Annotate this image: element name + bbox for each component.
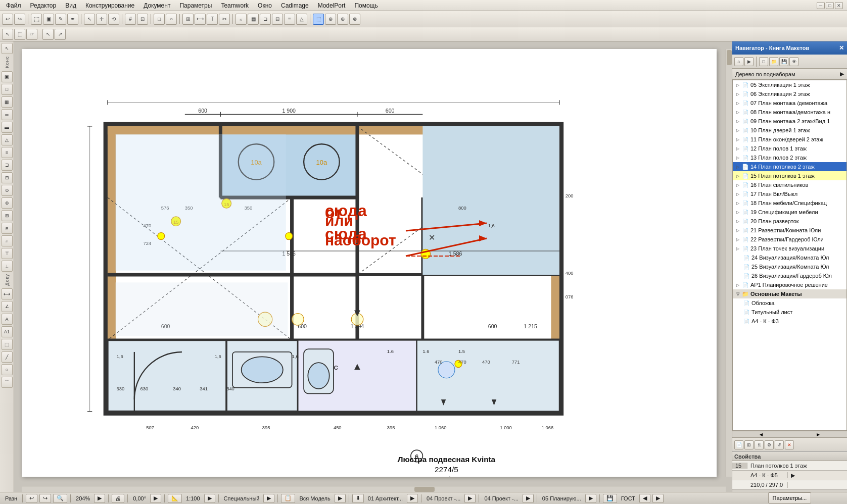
status-model-drop[interactable]: ▶ <box>335 494 346 503</box>
tree-item-05[interactable]: ▷ 📄 05 Экспликация 1 этаж <box>733 80 846 89</box>
roof-tool[interactable]: △ <box>296 14 307 25</box>
expand-06[interactable]: ▷ <box>735 91 741 97</box>
lt-slab[interactable]: ▬ <box>2 122 13 133</box>
lt-angle[interactable]: ∠ <box>2 301 13 312</box>
win-maximize[interactable]: □ <box>826 2 834 9</box>
tree-item-13[interactable]: ▷ 📄 13 План полов 2 этаж <box>733 153 846 162</box>
text-tool[interactable]: T <box>207 14 218 25</box>
lt-circle[interactable]: ○ <box>2 364 13 375</box>
status-print-btn[interactable]: 🖨 <box>112 494 124 503</box>
status-plan-drop[interactable]: ▶ <box>585 494 596 503</box>
lt-interior[interactable]: ⟂ <box>2 261 13 272</box>
win-close[interactable]: ✕ <box>835 2 843 9</box>
lt-column[interactable]: ▦ <box>2 96 13 108</box>
expand-21[interactable]: ▷ <box>735 227 741 233</box>
expand-18[interactable]: ▷ <box>735 200 741 206</box>
status-nav-left[interactable]: ◀ <box>639 494 650 503</box>
rect-tool[interactable]: □ <box>154 14 165 25</box>
lt-stair[interactable]: ≡ <box>2 147 13 158</box>
tree-item-folder1[interactable]: ▽ 📁 Основные Макеты <box>733 289 846 298</box>
tree-item-24[interactable]: 📄 24 Визуализация/Комната Юл <box>733 253 846 262</box>
lt-dim[interactable]: ⟷ <box>2 288 13 299</box>
wall-tool[interactable]: ▦ <box>248 14 259 25</box>
nav-view-btn[interactable]: 👁 <box>789 57 798 66</box>
status-nav-right[interactable]: ▶ <box>652 494 664 503</box>
nav-copy-btn[interactable]: ⎘ <box>755 440 764 449</box>
grid-tool[interactable]: # <box>125 14 136 25</box>
lt-window[interactable]: ⊟ <box>2 172 13 183</box>
nav-refresh-btn[interactable]: ↺ <box>775 440 784 449</box>
section-tool[interactable]: ⟔ <box>236 14 247 25</box>
horizontal-scrollbar[interactable] <box>22 486 726 492</box>
transform-tool[interactable]: ⟲ <box>108 14 119 25</box>
arrow3-btn[interactable]: ↗ <box>55 29 66 40</box>
select-tool[interactable]: ⬚ <box>31 14 42 25</box>
lt-roof[interactable]: △ <box>2 134 13 145</box>
move-tool[interactable]: ✛ <box>96 14 107 25</box>
menu-file[interactable]: Файл <box>2 1 25 10</box>
menu-help[interactable]: Помощь <box>350 1 382 10</box>
lt-elevation[interactable]: ⊤ <box>2 248 13 259</box>
tree-item-10[interactable]: ▷ 📄 10 План дверей 1 этаж <box>733 126 846 135</box>
layout-tool[interactable]: ⊞ <box>182 14 194 25</box>
status-angle-drop[interactable]: ▶ <box>150 494 161 503</box>
lt-lamp[interactable]: ⊛ <box>2 197 13 209</box>
nav-btn[interactable]: ⬚ <box>14 29 25 40</box>
lt-label[interactable]: A1 <box>2 326 13 337</box>
status-zoom-btn[interactable]: 🔍 <box>53 494 67 503</box>
expand-ap1[interactable]: ▷ <box>735 282 741 288</box>
door-tool[interactable]: ⊐ <box>260 14 271 25</box>
expand-15[interactable]: ▷ <box>735 173 741 179</box>
status-layer-down[interactable]: ⬇ <box>352 494 364 503</box>
tree-item-06[interactable]: ▷ 📄 06 Экспликация 2 этаж <box>733 89 846 98</box>
tree-item-cover[interactable]: 📄 Обложка <box>733 298 846 308</box>
lt-door[interactable]: ⊐ <box>2 160 13 171</box>
lt-hatch[interactable]: ⬚ <box>2 339 13 350</box>
pointer-btn[interactable]: ↖ <box>2 29 13 40</box>
status-save-btn[interactable]: 💾 <box>603 494 617 503</box>
dimension-tool[interactable]: ⟷ <box>195 14 206 25</box>
magic-tool[interactable]: ⊛ <box>325 14 336 25</box>
stair-tool[interactable]: ≡ <box>284 14 295 25</box>
expand-23[interactable]: ▷ <box>735 245 741 251</box>
win-minimize[interactable]: ─ <box>817 2 825 9</box>
menu-window[interactable]: Окно <box>254 1 276 10</box>
nav-home-btn[interactable]: ⌂ <box>734 57 743 66</box>
status-undo-btn[interactable]: ↩ <box>26 494 37 503</box>
lt-wall2[interactable]: □ <box>2 84 13 95</box>
nav-back-btn[interactable]: ▶ <box>744 57 754 66</box>
expand-08[interactable]: ▷ <box>735 109 741 115</box>
select2-tool[interactable]: ⬚ <box>313 14 324 25</box>
status-proj2-drop[interactable]: ▶ <box>523 494 534 503</box>
status-proj1-drop[interactable]: ▶ <box>464 494 476 503</box>
lt-text[interactable]: A <box>2 314 13 325</box>
eyedrop-tool[interactable]: ⊕ <box>337 14 348 25</box>
tree-item-20[interactable]: ▷ 📄 20 План разверток <box>733 217 846 226</box>
tree-item-17[interactable]: ▷ 📄 17 План Вкл/Выкл <box>733 189 846 198</box>
tree-item-11[interactable]: ▷ 📄 11 План окон/дверей 2 этаж <box>733 135 846 144</box>
undo-btn[interactable]: ↩ <box>2 14 13 25</box>
window-tool[interactable]: ⊟ <box>272 14 283 25</box>
menu-cadimage[interactable]: Cadimage <box>277 1 313 10</box>
hand-btn[interactable]: ☞ <box>26 29 37 40</box>
redo-btn[interactable]: ↪ <box>14 14 25 25</box>
menu-params[interactable]: Параметры <box>175 1 216 10</box>
expand-10[interactable]: ▷ <box>735 127 741 133</box>
lt-arc[interactable]: ⌒ <box>2 377 13 388</box>
marquee-tool[interactable]: ▣ <box>43 14 54 25</box>
nav-save-btn[interactable]: 💾 <box>779 57 788 66</box>
expand-20[interactable]: ▷ <box>735 218 741 224</box>
tree-item-19[interactable]: ▷ 📄 19 Спецификация мебели <box>733 208 846 217</box>
lt-section[interactable]: ⟔ <box>2 235 13 246</box>
expand-13[interactable]: ▷ <box>735 155 741 161</box>
lt-zone[interactable]: ⊞ <box>2 210 13 221</box>
tree-item-07[interactable]: ▷ 📄 07 План монтажа /демонтажа <box>733 98 846 108</box>
nav-new-btn[interactable]: 📄 <box>734 440 743 449</box>
tree-item-25[interactable]: 📄 25 Визуализация/Комната Юл <box>733 262 846 271</box>
expand-14[interactable]: ▷ <box>735 164 741 170</box>
fill-tool[interactable]: ⊗ <box>349 14 360 25</box>
tree-item-08[interactable]: ▷ 📄 08 План монтажа/демонтажа н <box>733 108 846 117</box>
expand-09[interactable]: ▷ <box>735 118 741 124</box>
expand-11[interactable]: ▷ <box>735 136 741 142</box>
lt-arrow[interactable]: ↖ <box>2 43 13 54</box>
